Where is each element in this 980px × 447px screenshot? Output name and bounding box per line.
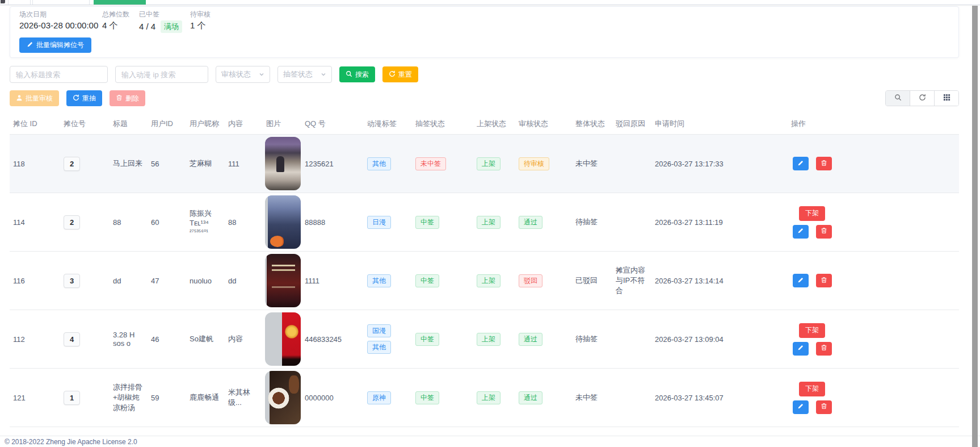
cell-title: dd <box>110 252 148 310</box>
cell-nickname: 芝麻糊 <box>186 135 225 193</box>
batch-edit-booth-number-button[interactable]: 批量编辑摊位号 <box>19 37 91 53</box>
cell-qq-number: 0000000 <box>301 369 364 427</box>
cell-qq-number: 446833245 <box>301 310 364 369</box>
offshelf-button[interactable]: 下架 <box>799 206 825 221</box>
row-edit-button[interactable] <box>793 157 809 170</box>
column-header: 图片 <box>263 114 301 135</box>
cell-reject-reason <box>612 193 651 252</box>
offshelf-button[interactable]: 下架 <box>799 382 825 396</box>
row-delete-button[interactable] <box>816 400 832 414</box>
row-edit-button[interactable] <box>793 225 809 239</box>
edit-delete-group <box>793 225 832 239</box>
row-edit-button[interactable] <box>793 400 809 414</box>
booth-image-thumbnail[interactable] <box>265 195 301 249</box>
row-operations: 下架 <box>791 382 833 414</box>
cell-nickname: 鹿鹿畅通 <box>186 369 225 427</box>
column-header: 申请时间 <box>651 114 788 135</box>
toolbar-columns-grid-button[interactable] <box>934 91 958 106</box>
tab-stub[interactable] <box>8 0 31 5</box>
table-row[interactable]: 1211凉拌排骨+胡椒炖凉粉汤59鹿鹿畅通米其林级...0000000原神中签上… <box>10 369 959 427</box>
edit-delete-group <box>793 400 832 414</box>
select-placeholder: 抽签状态 <box>283 69 313 80</box>
lottery-status-select[interactable]: 抽签状态 <box>277 66 332 83</box>
cell-booth-id: 121 <box>10 369 60 427</box>
toolbar-refresh-button[interactable] <box>910 91 934 106</box>
nickname-line: 陈振兴Tᴇʟ¹³⁴ <box>190 208 221 227</box>
cell-image <box>263 193 301 252</box>
table-row[interactable]: 1163dd47nuoluodd1111其他中签上架驳回已驳回摊宣内容与IP不符… <box>10 252 959 310</box>
stat-label: 总摊位数 <box>102 10 139 18</box>
row-delete-button[interactable] <box>816 342 832 356</box>
row-edit-button[interactable] <box>793 342 809 356</box>
cell-image <box>263 369 301 427</box>
active-tab-stub[interactable] <box>94 0 146 5</box>
cell-qq-number: 1235621 <box>301 135 364 193</box>
cell-user-id: 47 <box>148 252 186 310</box>
batch-delete-button[interactable]: 删除 <box>110 90 145 106</box>
cell-shelf-status-badge: 上架 <box>477 216 500 229</box>
booth-image-thumbnail[interactable] <box>265 371 301 424</box>
red-poster-gold-emblem-photo <box>282 312 301 366</box>
table-row[interactable]: 11428860陈振兴Tᴇʟ¹³⁴²⁷⁵³⁵⁶⁰¹8888888日漫中签上架通过… <box>10 193 959 252</box>
cell-title: 88 <box>110 193 148 252</box>
button-label: 删除 <box>125 94 139 103</box>
toolbar-search-toggle-button[interactable] <box>886 91 910 106</box>
cell-audit-status: 通过 <box>515 310 572 369</box>
cell-booth-number: 2 <box>60 193 110 252</box>
row-operations <box>791 157 833 170</box>
offshelf-button[interactable]: 下架 <box>799 323 825 338</box>
booth-number-box: 2 <box>64 157 80 171</box>
cell-shelf-status: 上架 <box>473 135 515 193</box>
shop-counter-photo <box>265 137 301 190</box>
booth-image-thumbnail[interactable] <box>265 254 301 307</box>
row-delete-button[interactable] <box>816 225 832 239</box>
cell-reject-reason <box>612 369 651 427</box>
reset-button[interactable]: 重置 <box>382 66 418 82</box>
cell-audit-status: 通过 <box>515 193 572 252</box>
anime-ip-search-input[interactable] <box>115 66 208 83</box>
cell-shelf-status-badge: 上架 <box>477 391 500 404</box>
edit-pencil-icon <box>797 277 804 285</box>
cell-lottery-status-badge: 中签 <box>415 274 439 287</box>
stat-session-date: 场次日期 2026-03-28 00:00:00 <box>19 10 102 33</box>
cell-booth-number: 4 <box>60 310 110 369</box>
trash-icon <box>821 344 827 353</box>
cell-audit-status: 待审核 <box>515 135 572 193</box>
anime-tags: 日漫 <box>367 216 409 229</box>
refresh-icon <box>73 94 79 103</box>
audit-status-select[interactable]: 审核状态 <box>216 66 270 83</box>
column-header: 整体状态 <box>572 114 612 135</box>
tab-bar <box>0 0 980 5</box>
batch-audit-button[interactable]: 批量审核 <box>10 90 59 106</box>
cell-content: 88 <box>225 193 263 252</box>
table-row[interactable]: 1182马上回来56芝麻糊1111235621其他未中签上架待审核未中签2026… <box>10 135 959 193</box>
cell-lottery-status: 中签 <box>412 252 473 310</box>
cell-shelf-status: 上架 <box>473 310 515 369</box>
dark-red-poster-photo <box>267 254 301 307</box>
row-edit-button[interactable] <box>793 274 809 287</box>
search-button[interactable]: 搜索 <box>339 66 375 82</box>
title-search-input[interactable] <box>10 66 108 83</box>
row-delete-button[interactable] <box>816 157 832 170</box>
cell-content: 内容 <box>225 310 263 369</box>
column-header: 标题 <box>110 114 148 135</box>
booth-image-thumbnail[interactable] <box>265 312 301 366</box>
refresh-icon <box>389 70 396 79</box>
cell-booth-id: 114 <box>10 193 60 252</box>
anime-tags: 国漫其他 <box>367 324 409 354</box>
table-row[interactable]: 11243.28 H sos o46So建帆内容446833245国漫其他中签上… <box>10 310 959 369</box>
booth-number-box: 1 <box>64 391 80 405</box>
cell-lottery-status-badge: 未中签 <box>415 157 446 170</box>
tab-stub[interactable] <box>32 0 90 5</box>
trash-icon <box>821 227 827 236</box>
cell-overall-status: 待抽签 <box>572 310 612 369</box>
redraw-button[interactable]: 重抽 <box>66 90 102 106</box>
anime-tags: 其他 <box>367 274 409 287</box>
cell-shelf-status: 上架 <box>473 193 515 252</box>
vertical-scrollbar[interactable] <box>972 6 978 447</box>
row-delete-button[interactable] <box>816 274 832 287</box>
booth-image-thumbnail[interactable] <box>265 137 301 190</box>
cell-anime-tags: 原神 <box>364 369 412 427</box>
cell-lottery-status: 中签 <box>412 310 473 369</box>
cell-qq-number: 88888 <box>301 193 364 252</box>
